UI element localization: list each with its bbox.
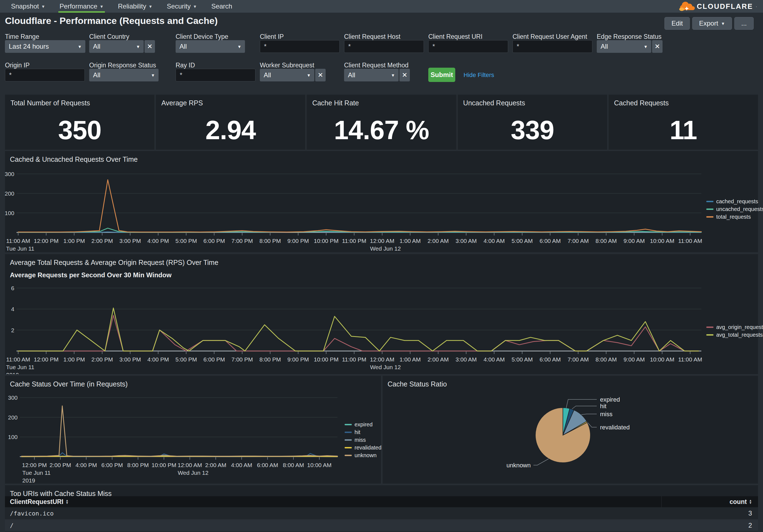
svg-text:9:00 AM: 9:00 AM	[623, 238, 645, 244]
pie-chart-cache-status-ratio[interactable]: expiredhitmissrevalidatedunknown	[382, 376, 758, 484]
svg-text:9:00 AM: 9:00 AM	[623, 356, 645, 363]
table-header-row: ClientRequestURI ▲▼ count ▲▼	[5, 496, 758, 507]
client-country-select[interactable]: All▼	[89, 40, 144, 53]
origin-response-status-select[interactable]: All▼	[89, 69, 159, 81]
svg-text:11:00 AM: 11:00 AM	[678, 356, 702, 363]
chart-plot-avg-rps-over-time[interactable]: 24611:00 AMTue Jun 11201912:00 PM1:00 PM…	[5, 254, 758, 374]
stat-card: Average RPS2.94	[156, 95, 305, 150]
clear-filter-button[interactable]: ✕	[315, 69, 326, 81]
stat-value: 14.67 %	[307, 111, 456, 150]
column-header-count[interactable]: count ▲▼	[662, 496, 758, 507]
chevron-down-icon: ▼	[193, 4, 197, 9]
legend-item-uncached_requests[interactable]: uncached_requests	[706, 206, 763, 212]
client-request-user-agent-input[interactable]	[512, 40, 592, 53]
nav-item-performance[interactable]: Performance▼	[58, 0, 105, 13]
cell-count: 3	[662, 509, 758, 517]
client-device-type-select[interactable]: All▼	[175, 40, 245, 53]
cloudflare-logo: CLOUDFLARE·	[678, 0, 757, 13]
clear-filter-button[interactable]: ✕	[399, 69, 410, 81]
pie-label-hit: hit	[600, 403, 606, 409]
svg-text:3:00 AM: 3:00 AM	[456, 238, 477, 244]
header-buttons: Edit Export▼ ...	[664, 17, 754, 30]
svg-text:6:00 AM: 6:00 AM	[539, 356, 561, 363]
table-row: /2	[5, 519, 758, 531]
submit-button[interactable]: Submit	[428, 68, 455, 82]
legend-item-cached_requests[interactable]: cached_requests	[706, 198, 763, 205]
svg-text:5:00 AM: 5:00 AM	[511, 356, 533, 363]
sort-icon: ▲▼	[65, 499, 68, 504]
legend-label: cached_requests	[716, 198, 758, 205]
panel-cached-uncached-requests: Cached & Uncached Requests Over Time1002…	[5, 151, 758, 252]
filter-control: All▼	[175, 40, 245, 53]
brand-trademark: ·	[756, 4, 757, 9]
client-request-method-select[interactable]: All▼	[344, 69, 398, 81]
legend-item-avg_origin_requests[interactable]: avg_origin_requests	[706, 324, 763, 330]
filter-control	[5, 69, 85, 81]
chart-plot-requests-over-time[interactable]: 10020030011:00 AMTue Jun 11201912:00 PM1…	[5, 151, 758, 252]
pie-label-revalidated: revalidated	[600, 424, 630, 431]
svg-text:Wed Jun 12: Wed Jun 12	[178, 470, 209, 476]
chevron-down-icon: ▼	[100, 4, 104, 9]
nav-item-reliability[interactable]: Reliability▼	[117, 0, 154, 13]
top-nav: Snapshot▼Performance▼Reliability▼Securit…	[0, 0, 763, 13]
ray-id-input[interactable]	[175, 69, 256, 81]
legend-item-unknown[interactable]: unknown	[345, 452, 382, 459]
svg-text:12:00 AM: 12:00 AM	[177, 462, 202, 468]
cell-count: 2	[662, 522, 758, 529]
edit-button[interactable]: Edit	[664, 17, 690, 30]
legend-item-expired[interactable]: expired	[345, 421, 382, 428]
client-request-host-input[interactable]	[344, 40, 424, 53]
hide-filters-link[interactable]: Hide Filters	[464, 71, 494, 79]
stat-value: 339	[458, 111, 607, 150]
filter-label: Client Country	[89, 33, 129, 41]
export-button[interactable]: Export▼	[692, 17, 732, 30]
svg-text:2019: 2019	[6, 372, 19, 374]
select-value: All	[179, 43, 187, 50]
svg-text:4: 4	[11, 306, 14, 312]
edge-response-status-select[interactable]: All▼	[597, 40, 651, 53]
series-unknown	[22, 406, 337, 456]
svg-text:9:00 PM: 9:00 PM	[287, 356, 309, 363]
chevron-down-icon: ▼	[391, 73, 395, 78]
legend-item-hit[interactable]: hit	[345, 429, 382, 435]
filter-control: All▼	[89, 69, 159, 81]
legend-item-miss[interactable]: miss	[345, 437, 382, 443]
select-value: All	[264, 71, 271, 79]
filter-label: Ray ID	[175, 62, 195, 69]
stat-cards-row: Total Number of Requests350Average RPS2.…	[5, 95, 758, 150]
chart-legend: avg_origin_requestsavg_total_requests	[706, 324, 763, 338]
legend-item-avg_total_requests[interactable]: avg_total_requests	[706, 332, 763, 338]
svg-text:100: 100	[8, 434, 18, 440]
nav-item-search[interactable]: Search	[210, 0, 233, 13]
nav-item-label: Security	[167, 2, 191, 10]
column-header-uri[interactable]: ClientRequestURI ▲▼	[5, 496, 662, 507]
origin-ip-input[interactable]	[5, 69, 85, 81]
svg-text:12:00 AM: 12:00 AM	[370, 356, 394, 363]
worker-subrequest-select[interactable]: All▼	[260, 69, 314, 81]
legend-swatch	[345, 447, 352, 448]
client-request-uri-input[interactable]	[428, 40, 508, 53]
more-options-button[interactable]: ...	[734, 17, 754, 30]
time-range-select[interactable]: Last 24 hours▼	[5, 40, 85, 53]
nav-item-snapshot[interactable]: Snapshot▼	[10, 0, 46, 13]
clear-filter-button[interactable]: ✕	[652, 40, 663, 53]
svg-text:Wed Jun 12: Wed Jun 12	[370, 364, 401, 370]
filter-label: Origin Response Status	[89, 62, 156, 69]
legend-item-revalidated[interactable]: revalidated	[345, 445, 382, 451]
stat-card: Total Number of Requests350	[5, 95, 155, 150]
svg-text:8:00 PM: 8:00 PM	[259, 356, 281, 363]
legend-swatch	[706, 201, 713, 202]
chevron-down-icon: ▼	[151, 73, 155, 78]
chart-plot-cache-status-over-time[interactable]: 10020030012:00 PMTue Jun 1120192:00 PM4:…	[5, 376, 381, 484]
svg-text:11:00 AM: 11:00 AM	[6, 238, 30, 244]
panel-cache-status-ratio: Cache Status Ratioexpiredhitmissrevalida…	[382, 376, 758, 484]
clear-filter-button[interactable]: ✕	[145, 40, 155, 53]
filter-label: Worker Subrequest	[260, 62, 314, 69]
svg-text:12:00 PM: 12:00 PM	[34, 238, 58, 244]
stat-label: Cache Hit Rate	[312, 99, 359, 107]
nav-item-security[interactable]: Security▼	[166, 0, 198, 13]
svg-text:4:00 PM: 4:00 PM	[147, 356, 169, 363]
filter-control	[175, 69, 256, 81]
client-ip-input[interactable]	[260, 40, 340, 53]
legend-item-total_requests[interactable]: total_requests	[706, 214, 763, 220]
